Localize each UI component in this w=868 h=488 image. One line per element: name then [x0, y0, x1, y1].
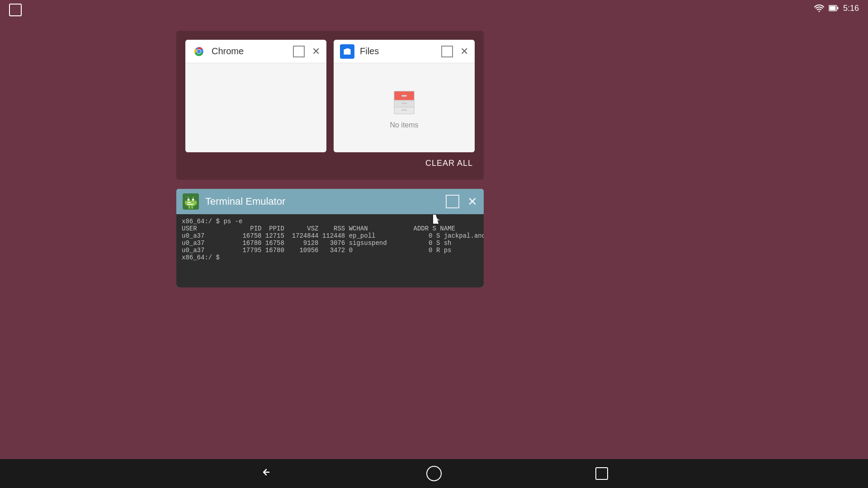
chrome-app-icon: [192, 44, 206, 59]
svg-rect-20: [194, 201, 197, 205]
files-close-button[interactable]: ✕: [460, 47, 468, 56]
recents-cards: Chrome ✕ Files ✕: [185, 40, 475, 152]
files-card-header: Files ✕: [334, 40, 475, 63]
wifi-icon: [814, 4, 824, 12]
nav-back-button[interactable]: [260, 466, 273, 482]
terminal-title: Terminal Emulator: [205, 196, 446, 207]
svg-rect-14: [401, 109, 407, 111]
battery-icon: [829, 5, 839, 12]
terminal-close-button[interactable]: ✕: [467, 196, 477, 207]
nav-home-button[interactable]: [426, 466, 442, 481]
svg-rect-13: [401, 103, 407, 104]
files-maximize-button[interactable]: [441, 46, 453, 57]
files-app-icon: [340, 44, 354, 59]
svg-point-6: [197, 50, 201, 53]
svg-rect-26: [187, 204, 193, 205]
terminal-content[interactable]: x86_64:/ $ ps -e USER PID PPID VSZ RSS W…: [176, 214, 484, 287]
chrome-card-header: Chrome ✕: [185, 40, 326, 63]
status-time: 5:16: [843, 4, 859, 13]
chrome-card-content: [185, 63, 326, 152]
no-items-label: No items: [390, 121, 418, 129]
terminal-card[interactable]: Terminal Emulator ✕ x86_64:/ $ ps -e USE…: [176, 189, 484, 287]
svg-rect-19: [185, 201, 187, 205]
recents-overlay: Chrome ✕ Files ✕: [176, 31, 484, 180]
terminal-app-icon: [183, 193, 199, 210]
nav-recents-button[interactable]: [595, 467, 608, 480]
recent-card-chrome[interactable]: Chrome ✕: [185, 40, 326, 152]
chrome-close-button[interactable]: ✕: [312, 47, 320, 56]
svg-rect-25: [187, 202, 191, 203]
svg-rect-1: [829, 6, 835, 10]
recent-card-files[interactable]: Files ✕: [334, 40, 475, 152]
files-empty-state: No items: [390, 87, 418, 129]
empty-files-icon: [391, 87, 418, 118]
status-bar: 5:16: [0, 0, 868, 16]
terminal-maximize-button[interactable]: [446, 195, 459, 208]
files-card-title: Files: [360, 46, 441, 56]
chrome-card-title: Chrome: [212, 46, 293, 56]
files-card-content: No items: [334, 63, 475, 152]
svg-rect-18: [186, 201, 195, 206]
clear-all-button[interactable]: CLEAR ALL: [424, 156, 475, 171]
svg-rect-21: [189, 206, 190, 209]
svg-rect-2: [837, 7, 838, 9]
terminal-header: Terminal Emulator ✕: [176, 189, 484, 214]
desktop: 5:16 Chrome: [0, 0, 868, 488]
nav-bar: [0, 459, 868, 488]
svg-rect-22: [191, 206, 193, 209]
chrome-maximize-button[interactable]: [293, 46, 305, 57]
svg-rect-12: [401, 95, 407, 97]
